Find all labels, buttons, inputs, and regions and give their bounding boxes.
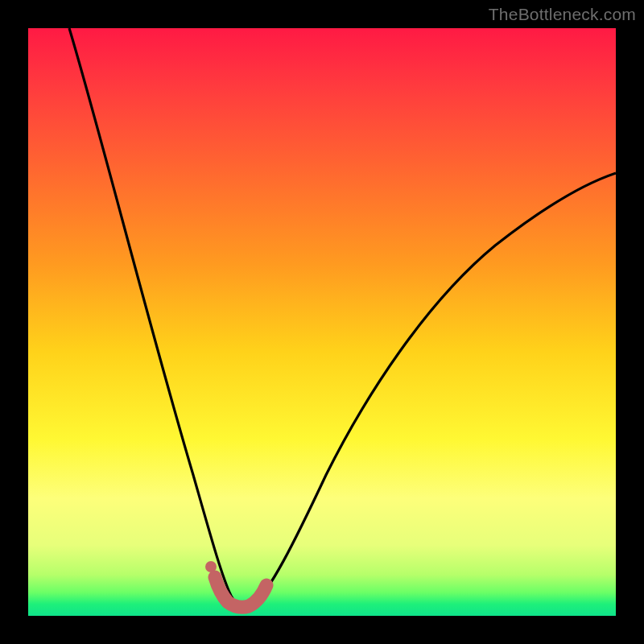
chart-frame: TheBottleneck.com — [0, 0, 644, 644]
min-highlight — [215, 577, 266, 607]
bottleneck-curve — [69, 28, 616, 608]
curve-svg — [28, 28, 616, 616]
watermark-text: TheBottleneck.com — [489, 5, 636, 24]
min-outlier-dot — [205, 561, 217, 572]
plot-area — [28, 28, 616, 616]
